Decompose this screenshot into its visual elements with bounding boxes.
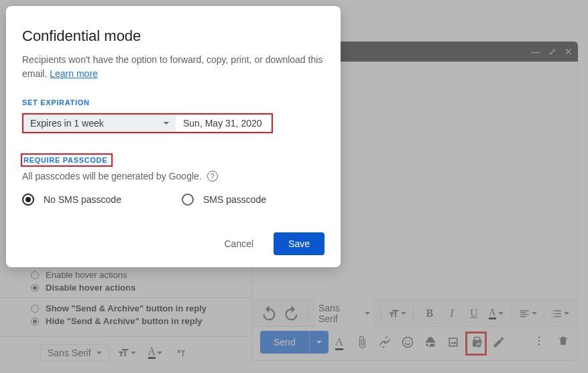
setting-hide-send-archive[interactable]: Hide "Send & Archive" button in reply [31,315,251,327]
undo-icon [260,305,278,323]
font-size-button[interactable] [388,304,406,323]
settings-clear-format[interactable] [170,344,190,362]
text-size-icon [388,308,400,319]
more-options-button[interactable] [533,335,545,350]
discard-button[interactable] [557,335,569,350]
font-label: Sans Serif [48,348,91,358]
radio-sms[interactable]: SMS passcode [182,194,266,206]
bold-button[interactable]: B [420,304,438,323]
send-button[interactable]: Send [260,331,329,354]
chevron-down-icon [97,352,102,354]
setting-label: Hide "Send & Archive" button in reply [46,316,202,326]
list-icon [551,308,563,319]
settings-font-select[interactable]: Sans Serif [40,344,109,362]
link-button[interactable] [378,335,392,349]
dialog-description: Recipients won't have the option to forw… [22,53,325,81]
drive-button[interactable] [424,335,437,349]
confidential-mode-button[interactable] [469,335,483,349]
radio-icon [22,194,34,206]
save-button[interactable]: Save [274,232,325,255]
align-icon [519,308,530,319]
send-more-button[interactable] [309,331,329,354]
list-button[interactable] [551,304,569,323]
text-format-icon: A [335,335,343,350]
learn-more-link[interactable]: Learn more [50,68,98,79]
signature-button[interactable] [492,335,506,349]
expiration-value: Expires in 1 week [30,118,104,129]
attach-button[interactable] [355,335,369,349]
chevron-down-icon [316,341,322,344]
italic-button[interactable]: I [443,304,461,323]
require-passcode-label: REQUIRE PASSCODE [21,153,113,167]
chevron-down-icon [365,312,370,315]
svg-point-4 [538,340,540,342]
radio-label: SMS passcode [203,194,266,205]
font-label: Sans Serif [318,303,360,324]
text-color-icon: A [489,307,496,319]
dialog-title: Confidential mode [22,27,325,45]
image-icon [447,335,460,349]
svg-point-1 [405,340,406,342]
expiration-date: Sun, May 31, 2020 [176,115,272,132]
radio-no-sms[interactable]: No SMS passcode [22,194,121,206]
setting-show-send-archive[interactable]: Show "Send & Archive" button in reply [31,302,251,315]
align-button[interactable] [519,304,537,323]
text-color-icon: A [148,346,156,359]
help-icon[interactable]: ? [207,171,218,181]
expiration-row-highlight: Expires in 1 week Sun, May 31, 2020 [22,113,273,133]
image-button[interactable] [447,335,460,349]
send-label: Send [260,331,309,354]
trash-icon [557,335,569,347]
redo-button[interactable] [282,304,300,323]
chevron-down-icon [401,312,406,315]
underline-button[interactable]: U [465,304,483,323]
fullscreen-icon[interactable]: ⤢ [548,46,556,57]
text-size-icon [117,347,129,359]
clear-format-icon [174,347,186,359]
svg-point-5 [538,344,540,346]
settings-text-color[interactable]: A [144,344,167,362]
more-vert-icon [533,335,545,347]
expiration-select[interactable]: Expires in 1 week [23,115,176,132]
emoji-icon [401,335,414,349]
setting-enable-hover[interactable]: Enable hover actions [31,269,251,281]
chevron-down-icon [157,352,162,354]
setting-label: Enable hover actions [46,270,127,280]
undo-button[interactable] [260,304,278,323]
text-format-toggle[interactable]: A [335,336,343,348]
settings-font-size[interactable] [113,344,140,362]
cancel-button[interactable]: Cancel [217,233,260,254]
confidential-mode-dialog: Confidential mode Recipients won't have … [6,6,341,267]
chevron-down-icon [164,122,169,125]
passcode-hint: All passcodes will be generated by Googl… [22,171,325,181]
setting-disable-hover[interactable]: Disable hover actions [31,281,251,294]
setting-label: Show "Send & Archive" button in reply [46,303,207,313]
radio-icon [182,194,194,206]
close-icon[interactable]: ✕ [565,46,573,57]
text-color-button[interactable]: A [487,304,505,323]
link-icon [378,335,392,349]
chevron-down-icon [498,312,504,315]
chevron-down-icon [564,312,569,315]
emoji-button[interactable] [401,335,414,349]
compose-font-select[interactable]: Sans Serif [314,300,375,327]
chevron-down-icon [532,312,537,315]
set-expiration-label: SET EXPIRATION [22,98,325,106]
format-toolbar: Sans Serif B I U A [252,300,577,327]
lock-clock-icon [469,335,483,349]
svg-point-3 [538,336,540,338]
chevron-down-icon [131,352,136,354]
svg-point-0 [402,338,412,348]
radio-label: No SMS passcode [44,194,121,205]
drive-icon [424,335,437,349]
setting-label: Disable hover actions [46,283,135,293]
redo-icon [282,305,300,323]
minimize-icon[interactable]: — [531,46,540,57]
paperclip-icon [355,335,369,349]
pen-icon [492,335,506,349]
svg-point-2 [408,340,410,342]
